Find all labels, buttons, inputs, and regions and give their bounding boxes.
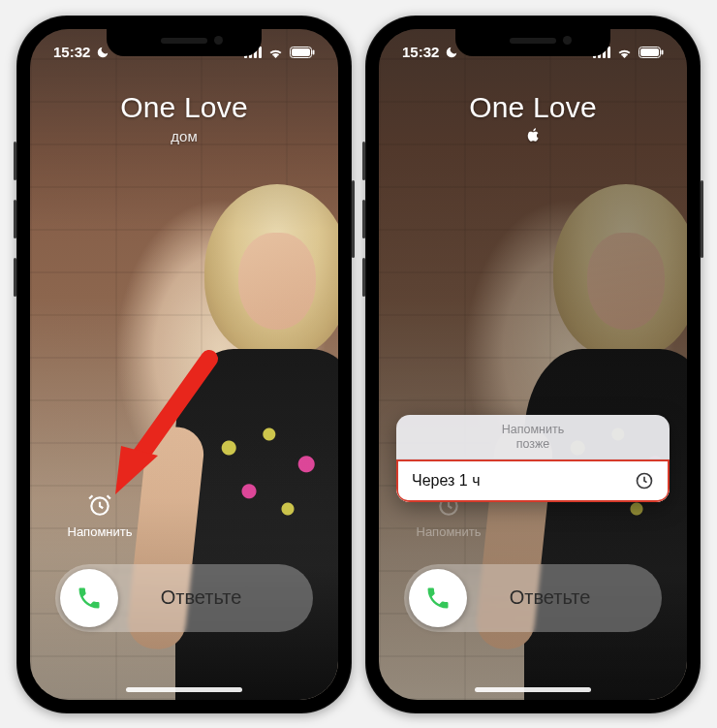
battery-icon [639, 47, 664, 58]
slide-to-answer[interactable]: Ответьте [404, 564, 662, 632]
alarm-icon [86, 491, 113, 519]
notch [455, 29, 610, 56]
svg-rect-14 [640, 48, 659, 56]
moon-icon [96, 46, 109, 59]
svg-rect-15 [662, 49, 664, 54]
remind-option-1hour[interactable]: Через 1 ч [396, 459, 670, 502]
answer-knob[interactable] [409, 569, 467, 627]
battery-icon [290, 47, 315, 58]
clock-icon [635, 471, 654, 491]
caller-info: One Love дом [30, 91, 338, 144]
answer-knob[interactable] [60, 569, 118, 627]
moon-icon [445, 46, 458, 59]
phone-icon [76, 585, 103, 612]
svg-rect-12 [608, 47, 610, 58]
caller-label-apple-icon [379, 128, 687, 145]
status-time: 15:32 [53, 44, 90, 60]
iphone-device-left: 15:32 One Love дом [16, 16, 352, 713]
remind-label: Напомнить [406, 524, 491, 539]
answer-label: Ответьте [467, 586, 662, 609]
caller-label: дом [30, 128, 338, 144]
screen: 15:32 One Love дом [30, 29, 338, 700]
wifi-icon [616, 47, 633, 58]
iphone-device-right: 15:32 One Love [365, 16, 701, 713]
screen: 15:32 One Love [379, 29, 687, 700]
popup-title-line2: позже [408, 437, 658, 453]
phone-icon [424, 585, 452, 612]
remind-option-label: Через 1 ч [412, 472, 480, 490]
status-time: 15:32 [402, 44, 439, 60]
svg-rect-6 [313, 49, 315, 54]
wifi-icon [267, 47, 284, 58]
caller-name: One Love [30, 91, 338, 124]
remind-label: Напомнить [57, 524, 142, 539]
caller-name: One Love [379, 91, 687, 124]
answer-label: Ответьте [118, 586, 313, 609]
slide-to-answer[interactable]: Ответьте [55, 564, 313, 632]
notch [107, 29, 262, 56]
popup-title: Напомнить позже [396, 415, 670, 459]
svg-rect-5 [292, 48, 310, 56]
popup-title-line1: Напомнить [408, 423, 658, 438]
remind-me-popup: Напомнить позже Через 1 ч [396, 415, 670, 502]
remind-me-button[interactable]: Напомнить [57, 491, 142, 539]
svg-rect-3 [259, 47, 262, 58]
home-indicator[interactable] [475, 687, 591, 692]
home-indicator[interactable] [126, 687, 242, 692]
caller-info: One Love [379, 91, 687, 145]
